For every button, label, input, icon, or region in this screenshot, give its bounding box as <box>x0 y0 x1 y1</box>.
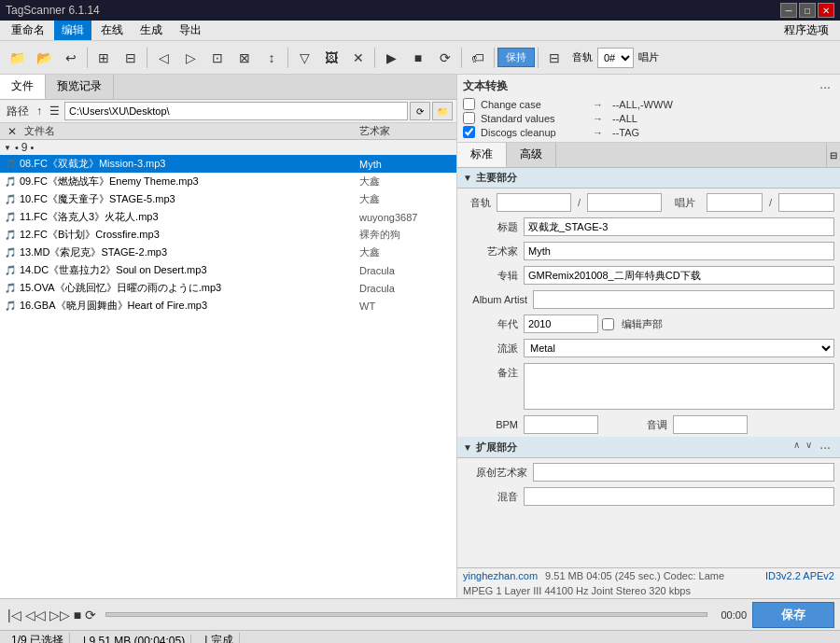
play-button[interactable]: ▷▷ <box>48 608 72 622</box>
file-row[interactable]: 🎵 15.OVA《心跳回忆》日曜の雨のように.mp3 Dracula <box>0 279 456 297</box>
bpm-input[interactable] <box>524 415 598 434</box>
tb-new-button[interactable]: 📁 <box>4 45 30 71</box>
tb-right-button[interactable]: ▷ <box>177 45 203 71</box>
discogs-cleanup-checkbox[interactable] <box>463 126 475 138</box>
file-row[interactable]: 🎵 11.FC《洛克人3》火花人.mp3 wuyong3687 <box>0 208 456 226</box>
file-row[interactable]: 🎵 12.FC《B计划》Crossfire.mp3 裸奔的狗 <box>0 226 456 244</box>
disc-input[interactable] <box>707 193 763 212</box>
mix-input[interactable] <box>524 487 834 506</box>
file-row[interactable]: 🎵 10.FC《魔天童子》STAGE-5.mp3 大鑫 <box>0 190 456 208</box>
menu-icon[interactable]: ☰ <box>47 104 63 119</box>
file-row[interactable]: 🎵 13.MD《索尼克》STAGE-2.mp3 大鑫 <box>0 244 456 261</box>
tab-standard[interactable]: 标准 <box>457 143 507 167</box>
edit-voice-label: 编辑声部 <box>622 317 663 331</box>
close-button[interactable]: ✕ <box>818 3 834 18</box>
tb-grid-button[interactable]: ⊞ <box>91 45 117 71</box>
text-conversion-title: 文本转换 <box>463 78 508 94</box>
tb-open-button[interactable]: 📂 <box>31 45 57 71</box>
tone-input[interactable] <box>673 415 748 434</box>
website-link[interactable]: yinghezhan.com <box>463 570 538 581</box>
tb-left-button[interactable]: ◁ <box>150 45 176 71</box>
orig-artist-input[interactable] <box>533 463 834 482</box>
menu-edit[interactable]: 编辑 <box>54 21 91 40</box>
change-case-checkbox[interactable] <box>463 98 475 110</box>
progress-track[interactable] <box>105 612 707 617</box>
album-artist-input[interactable] <box>533 290 834 309</box>
edit-voice-checkbox[interactable] <box>602 318 614 330</box>
save-button[interactable]: 保存 <box>752 602 834 628</box>
menu-generate[interactable]: 生成 <box>133 21 170 40</box>
path-input[interactable] <box>64 102 408 120</box>
tb-play-button[interactable]: ▶ <box>378 45 404 71</box>
arrow-up-icon[interactable]: ∧ <box>791 440 802 454</box>
col-artist[interactable]: 艺术家 <box>359 124 453 138</box>
file-icon: 🎵 <box>4 282 17 295</box>
tb-sort-button[interactable]: ↕ <box>259 45 285 71</box>
group-expand-icon[interactable]: ▼ <box>4 144 11 152</box>
col-filename[interactable]: 文件名 <box>21 124 359 138</box>
standard-values-checkbox[interactable] <box>463 112 475 124</box>
stop-button[interactable]: ■ <box>72 608 83 622</box>
tb-stop-button[interactable]: ■ <box>405 45 431 71</box>
tb-refresh-button[interactable]: ⟳ <box>432 45 458 71</box>
track-total-input[interactable] <box>587 193 662 212</box>
prev-button[interactable]: |◁ <box>6 608 23 622</box>
form-main: ▼ 主要部分 音轨 / 唱片 / 标题 <box>457 168 840 567</box>
disc-total-input[interactable] <box>778 193 834 212</box>
comment-input[interactable] <box>524 363 834 410</box>
tab-preview[interactable]: 预览记录 <box>46 75 114 99</box>
tb-image-button[interactable]: 🖼 <box>318 45 344 71</box>
menu-export[interactable]: 导出 <box>172 21 209 40</box>
tb-filter-button[interactable]: ▽ <box>291 45 317 71</box>
hold-button[interactable]: 保持 <box>497 48 535 67</box>
album-artist-field <box>533 290 834 309</box>
menu-settings[interactable]: 程序选项 <box>777 21 836 40</box>
mix-field <box>524 487 834 506</box>
tab-split-icon[interactable]: ⊟ <box>826 143 840 167</box>
menu-online[interactable]: 在线 <box>93 21 131 40</box>
tb-sep-2 <box>147 48 147 68</box>
browse-btn[interactable]: 📁 <box>432 102 453 120</box>
refresh-btn[interactable]: ⟳ <box>410 102 430 120</box>
arrow-down-icon[interactable]: ∨ <box>804 440 814 454</box>
tb-undo-button[interactable]: ↩ <box>58 45 84 71</box>
minimize-button[interactable]: ─ <box>780 3 797 18</box>
track-select[interactable]: 0# <box>597 48 634 68</box>
year-input[interactable] <box>524 315 598 333</box>
file-row[interactable]: 🎵 08.FC《双截龙》Mission-3.mp3 Myth <box>0 155 456 173</box>
track-input[interactable] <box>497 193 571 212</box>
tb-sep-1 <box>87 48 88 68</box>
tb-paste-button[interactable]: ⊠ <box>231 45 258 71</box>
right-panel: 文本转换 ··· Change case → --ALL,-WWW Standa… <box>457 75 840 598</box>
ext-section-menu[interactable]: ··· <box>816 440 834 454</box>
bottom-area: yinghezhan.com 9.51 MB 04:05 (245 sec.) … <box>457 567 840 598</box>
tb-list-button[interactable]: ⊟ <box>118 45 144 71</box>
repeat-button[interactable]: ⟳ <box>83 608 98 622</box>
file-list: ▼ • 9 • 🎵 08.FC《双截龙》Mission-3.mp3 Myth 🎵… <box>0 140 456 598</box>
group-row: ▼ • 9 • <box>0 140 456 155</box>
text-conversion-menu[interactable]: ··· <box>816 79 834 94</box>
title-input[interactable] <box>524 217 834 236</box>
menu-rename[interactable]: 重命名 <box>4 21 52 40</box>
file-icon: 🎵 <box>4 229 17 242</box>
main-section-header[interactable]: ▼ 主要部分 <box>457 168 840 189</box>
play-prev-button[interactable]: ◁◁ <box>23 608 48 622</box>
tb-misc-button[interactable]: ⊟ <box>541 45 567 71</box>
artist-input[interactable] <box>524 242 834 260</box>
deselect-icon[interactable]: ✕ <box>4 125 21 138</box>
genre-select[interactable]: Metal <box>524 339 834 357</box>
file-row[interactable]: 🎵 14.DC《世嘉拉力2》Soul on Desert.mp3 Dracula <box>0 261 456 279</box>
tb-delete-button[interactable]: ✕ <box>345 45 371 71</box>
tab-files[interactable]: 文件 <box>0 75 46 99</box>
tb-copy-button[interactable]: ⊡ <box>204 45 231 71</box>
ext-section-header[interactable]: ▼ 扩展部分 ∧ ∨ ··· <box>457 437 840 458</box>
up-icon[interactable]: ↑ <box>34 104 45 119</box>
file-row[interactable]: 🎵 16.GBA《晓月圆舞曲》Heart of Fire.mp3 WT <box>0 297 456 315</box>
size-status: | 9.51 MB (00:04:05) <box>77 635 191 644</box>
album-input[interactable] <box>524 266 834 285</box>
file-name: 08.FC《双截龙》Mission-3.mp3 <box>20 157 359 171</box>
tb-tag-button[interactable]: 🏷 <box>465 45 491 71</box>
maximize-button[interactable]: □ <box>799 3 816 18</box>
tab-advanced[interactable]: 高级 <box>507 143 556 167</box>
file-row[interactable]: 🎵 09.FC《燃烧战车》Enemy Theme.mp3 大鑫 <box>0 173 456 190</box>
